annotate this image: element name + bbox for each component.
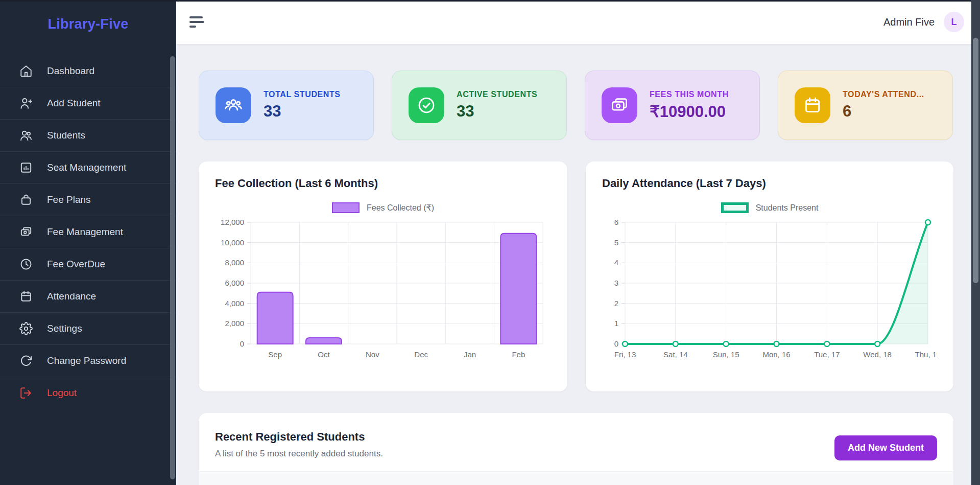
calendar-icon — [19, 290, 33, 303]
stat-card-active-students: ACTIVE STUDENTS 33 — [392, 71, 567, 140]
svg-text:Sat, 14: Sat, 14 — [663, 350, 688, 359]
wallet-icon — [19, 225, 33, 239]
svg-text:Thu, 19: Thu, 19 — [915, 350, 937, 359]
clock-icon — [19, 258, 33, 271]
bag-icon — [19, 193, 33, 206]
sidebar: Library-Five Dashboard Add Student Stude… — [0, 0, 176, 485]
stat-value: 6 — [843, 102, 924, 121]
stat-title: FEES THIS MONTH — [650, 90, 729, 99]
svg-text:6,000: 6,000 — [225, 279, 244, 287]
stat-card-todays-attendance: TODAY'S ATTEND... 6 — [778, 71, 953, 140]
topbar: Admin Five L — [176, 0, 971, 44]
users-group-icon — [216, 87, 251, 123]
sidebar-item-label: Attendance — [47, 291, 96, 302]
svg-text:Feb: Feb — [512, 350, 525, 359]
svg-text:5: 5 — [614, 238, 618, 247]
svg-text:4: 4 — [614, 258, 618, 267]
svg-text:2,000: 2,000 — [225, 319, 244, 328]
sidebar-item-label: Dashboard — [47, 65, 94, 77]
sidebar-nav: Dashboard Add Student Students Seat Mana… — [0, 55, 176, 409]
stat-value: 33 — [457, 102, 537, 121]
sidebar-item-label: Change Password — [47, 355, 126, 366]
svg-text:Wed, 18: Wed, 18 — [863, 350, 892, 359]
user-name: Admin Five — [883, 16, 935, 28]
sidebar-item-label: Seat Management — [47, 162, 126, 173]
stats-row: TOTAL STUDENTS 33 ACTIVE STUDENTS 33 — [199, 71, 953, 140]
sidebar-item-logout[interactable]: Logout — [0, 377, 176, 409]
sidebar-item-seat-management[interactable]: Seat Management — [0, 151, 176, 183]
students-table-header — [199, 471, 953, 485]
legend-label: Fees Collected (₹) — [367, 203, 434, 213]
sidebar-item-change-password[interactable]: Change Password — [0, 344, 176, 377]
stat-card-fees-this-month: FEES THIS MONTH ₹10900.00 — [585, 71, 760, 140]
sidebar-item-fee-management[interactable]: Fee Management — [0, 216, 176, 248]
sidebar-item-dashboard[interactable]: Dashboard — [0, 55, 176, 87]
sidebar-item-label: Logout — [47, 387, 77, 399]
window-top-edge — [0, 0, 980, 2]
sidebar-item-students[interactable]: Students — [0, 119, 176, 151]
svg-text:2: 2 — [614, 299, 618, 308]
sidebar-item-label: Settings — [47, 323, 82, 334]
sidebar-item-label: Students — [47, 130, 85, 141]
topbar-user-area: Admin Five L — [883, 12, 964, 32]
legend-label: Students Present — [756, 203, 819, 213]
stat-title: ACTIVE STUDENTS — [457, 90, 537, 99]
app-logo: Library-Five — [0, 16, 176, 32]
svg-text:Tue, 17: Tue, 17 — [814, 350, 840, 359]
svg-text:4,000: 4,000 — [225, 299, 244, 308]
user-plus-icon — [19, 97, 33, 110]
refresh-icon — [19, 354, 33, 367]
fee-collection-bar-chart: 02,0004,0006,0008,00010,00012,000SepOctN… — [215, 216, 551, 372]
svg-text:Fri, 13: Fri, 13 — [614, 350, 636, 359]
svg-text:Mon, 16: Mon, 16 — [762, 350, 790, 359]
page-scrollbar-track[interactable] — [971, 0, 980, 485]
users-icon — [19, 129, 33, 142]
recent-students-title: Recent Registered Students — [215, 430, 937, 444]
sidebar-item-add-student[interactable]: Add Student — [0, 87, 176, 119]
sidebar-scrollbar[interactable] — [170, 56, 175, 479]
sidebar-item-fee-overdue[interactable]: Fee OverDue — [0, 248, 176, 280]
stat-value: ₹10900.00 — [650, 102, 729, 121]
stat-card-total-students: TOTAL STUDENTS 33 — [199, 71, 374, 140]
recent-students-subtitle: A list of the 5 most recently added stud… — [215, 449, 937, 459]
fee-collection-title: Fee Collection (Last 6 Months) — [215, 177, 551, 190]
sidebar-item-attendance[interactable]: Attendance — [0, 280, 176, 312]
recent-students-card: Recent Registered Students A list of the… — [199, 413, 953, 485]
page-scrollbar-thumb[interactable] — [973, 38, 978, 283]
avatar[interactable]: L — [944, 12, 964, 32]
svg-text:Nov: Nov — [366, 350, 379, 359]
svg-text:12,000: 12,000 — [221, 218, 244, 226]
stat-title: TODAY'S ATTEND... — [843, 90, 924, 99]
gear-icon — [19, 322, 33, 335]
daily-attendance-card: Daily Attendance (Last 7 Days) Students … — [586, 161, 953, 391]
main-content: TOTAL STUDENTS 33 ACTIVE STUDENTS 33 — [176, 44, 971, 485]
sidebar-item-label: Fee Management — [47, 226, 123, 238]
svg-text:8,000: 8,000 — [225, 258, 244, 267]
svg-text:Sun, 15: Sun, 15 — [713, 350, 739, 359]
add-new-student-button[interactable]: Add New Student — [834, 435, 937, 460]
svg-text:6: 6 — [614, 218, 618, 226]
check-circle-icon — [409, 87, 444, 123]
home-icon — [19, 64, 33, 78]
chart-square-icon — [19, 161, 33, 174]
sidebar-item-settings[interactable]: Settings — [0, 312, 176, 344]
sidebar-item-label: Fee Plans — [47, 194, 91, 205]
charts-row: Fee Collection (Last 6 Months) Fees Coll… — [199, 161, 953, 391]
daily-attendance-legend[interactable]: Students Present — [602, 202, 937, 213]
sidebar-item-fee-plans[interactable]: Fee Plans — [0, 183, 176, 216]
sidebar-item-label: Add Student — [47, 98, 101, 109]
svg-text:0: 0 — [240, 339, 244, 348]
stat-value: 33 — [264, 102, 341, 121]
svg-text:1: 1 — [614, 319, 618, 328]
legend-swatch — [332, 202, 360, 213]
daily-attendance-title: Daily Attendance (Last 7 Days) — [602, 177, 937, 190]
svg-text:0: 0 — [614, 339, 618, 348]
fee-collection-legend[interactable]: Fees Collected (₹) — [215, 202, 551, 213]
fee-collection-card: Fee Collection (Last 6 Months) Fees Coll… — [199, 161, 567, 391]
menu-toggle-icon[interactable] — [189, 16, 204, 28]
daily-attendance-line-chart: 0123456Fri, 13Sat, 14Sun, 15Mon, 16Tue, … — [602, 216, 937, 372]
stat-title: TOTAL STUDENTS — [264, 90, 341, 99]
svg-text:Sep: Sep — [268, 350, 282, 359]
svg-text:Oct: Oct — [318, 350, 330, 359]
logout-icon — [19, 386, 33, 400]
